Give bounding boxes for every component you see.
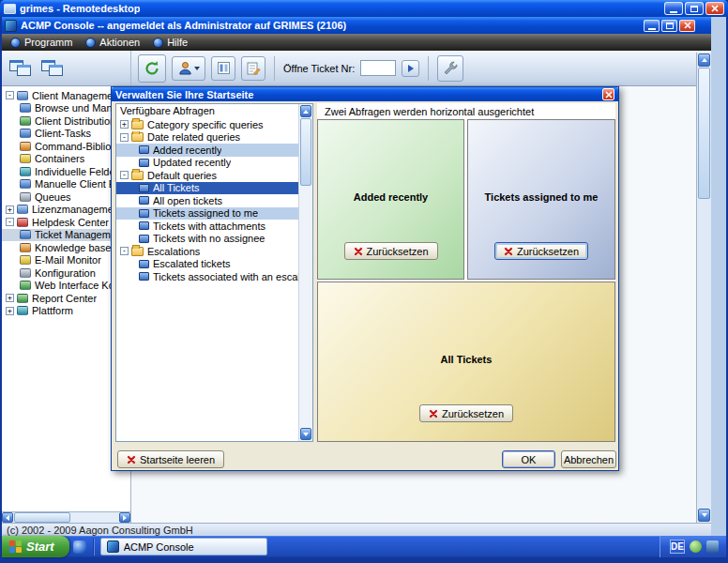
collapse-toggle[interactable]: - xyxy=(120,133,129,142)
ok-button[interactable]: OK xyxy=(502,450,555,468)
folder-open-icon xyxy=(131,247,144,256)
scroll-up-button[interactable] xyxy=(300,105,311,117)
collapse-toggle[interactable]: - xyxy=(120,247,129,255)
scroll-left-button[interactable] xyxy=(2,512,13,523)
quick-launch-icon[interactable] xyxy=(73,540,86,554)
scroll-down-button[interactable] xyxy=(698,509,710,522)
browse-icon xyxy=(20,103,31,113)
expand-toggle[interactable]: + xyxy=(120,120,129,129)
client-entry-icon xyxy=(20,179,31,189)
tasks-icon xyxy=(20,129,31,138)
preview-panel-all-tickets: All Tickets Zurücksetzen xyxy=(317,282,615,442)
edit-form-button[interactable] xyxy=(241,56,265,81)
expand-toggle[interactable]: + xyxy=(6,205,14,214)
query-item-escalation-associated[interactable]: Tickets associated with an escalation xyxy=(116,270,298,283)
expand-toggle[interactable]: + xyxy=(6,307,14,315)
query-item-updated-recently[interactable]: Updated recently xyxy=(116,157,298,170)
start-button[interactable]: Start xyxy=(2,536,69,557)
reset-tickets-assigned-button[interactable]: Zurücksetzen xyxy=(494,242,588,260)
minimize-icon xyxy=(648,28,656,30)
content-vertical-scrollbar[interactable] xyxy=(696,53,711,523)
reset-added-recently-button[interactable]: Zurücksetzen xyxy=(343,242,437,260)
taskbar-divider xyxy=(93,539,95,555)
task-button-acmp-console[interactable]: ACMP Console xyxy=(100,538,267,555)
query-item-added-recently[interactable]: Added recently xyxy=(116,144,298,157)
query-group-default[interactable]: -Default queries xyxy=(116,169,298,182)
arrow-left-icon xyxy=(6,515,9,521)
columns-view-button[interactable] xyxy=(211,56,235,81)
dialog-close-button[interactable] xyxy=(602,88,614,100)
tray-status-icon[interactable] xyxy=(690,540,702,553)
query-group-category-specific[interactable]: +Category specific queries xyxy=(116,118,298,131)
language-indicator[interactable]: DE xyxy=(670,540,685,554)
collapse-toggle[interactable]: - xyxy=(6,218,14,226)
report-icon xyxy=(17,294,28,303)
menu-programm[interactable]: Programm xyxy=(6,35,81,50)
cancel-button[interactable]: Abbrechen xyxy=(561,450,616,468)
close-icon xyxy=(605,91,613,99)
menu-hilfe[interactable]: Hilfe xyxy=(148,35,196,50)
red-x-icon xyxy=(353,247,362,256)
query-group-date-related[interactable]: -Date related queries xyxy=(116,131,298,145)
red-x-icon xyxy=(429,409,438,418)
scroll-right-button[interactable] xyxy=(119,512,130,523)
scroll-down-button[interactable] xyxy=(300,428,311,440)
user-menu-button[interactable] xyxy=(172,56,205,81)
query-item-tickets-with-no-assignee[interactable]: Tickets with no assignee xyxy=(116,233,298,246)
distribution-icon xyxy=(20,116,31,126)
tray-network-icon[interactable] xyxy=(706,540,719,553)
go-arrow-icon xyxy=(406,64,416,73)
clear-startpage-button[interactable]: Startseite leeren xyxy=(117,450,224,468)
chevron-down-icon xyxy=(194,67,200,70)
expand-toggle[interactable]: + xyxy=(6,294,14,302)
open-ticket-button[interactable] xyxy=(402,60,419,77)
taskbar: Start ACMP Console DE xyxy=(2,536,726,557)
scroll-up-button[interactable] xyxy=(698,53,710,67)
toolbar: Öffne Ticket Nr: xyxy=(2,51,711,86)
programm-icon xyxy=(10,38,21,48)
query-item-all-tickets[interactable]: All Tickets xyxy=(116,182,298,195)
folder-icon xyxy=(131,120,144,129)
close-button[interactable] xyxy=(705,2,724,15)
toolbar-separator xyxy=(428,56,429,81)
columns-icon xyxy=(217,61,231,75)
collapse-toggle[interactable]: - xyxy=(120,171,129,179)
sidebar-horizontal-scrollbar[interactable] xyxy=(2,511,131,523)
restore-icon xyxy=(666,23,674,29)
menu-aktionen[interactable]: Aktionen xyxy=(81,35,148,50)
startpage-preview: Zwei Abfragen werden horizontal ausgeric… xyxy=(317,103,615,442)
scrollbar-thumb[interactable] xyxy=(300,118,311,186)
ticket-number-input[interactable] xyxy=(360,60,396,76)
startpage-dialog: Verwalten Sie Ihre Startseite Verfügbare… xyxy=(111,86,619,471)
minimize-button[interactable] xyxy=(664,2,683,15)
hilfe-icon xyxy=(153,38,163,48)
app-restore-button[interactable] xyxy=(661,20,677,32)
new-window-icon[interactable] xyxy=(9,60,32,77)
copyright-text: (c) 2002 - 2009 Aagon Consulting GmbH xyxy=(7,525,193,536)
settings-button[interactable] xyxy=(437,55,463,82)
refresh-button[interactable] xyxy=(138,54,166,83)
dialog-body: Verfügbare Abfragen +Category specific q… xyxy=(112,101,618,470)
query-item-tickets-with-attachments[interactable]: Tickets with attachments xyxy=(116,220,298,233)
maximize-button[interactable] xyxy=(685,2,704,15)
query-item-escalated-tickets[interactable]: Escalated tickets xyxy=(116,258,298,271)
red-x-icon xyxy=(504,247,513,256)
app-close-button[interactable] xyxy=(679,20,695,32)
dialog-title: Verwalten Sie Ihre Startseite xyxy=(115,89,253,100)
scrollbar-thumb[interactable] xyxy=(14,512,70,523)
collapse-toggle[interactable]: - xyxy=(6,91,14,99)
query-group-escalations[interactable]: -Escalations xyxy=(116,245,298,258)
app-minimize-button[interactable] xyxy=(644,20,660,32)
cascade-windows-icon[interactable] xyxy=(41,60,64,77)
arrow-up-icon xyxy=(303,110,309,114)
query-icon xyxy=(139,209,149,218)
remote-desktop-screen: grimes - Remotedesktop ACMP Console -- a… xyxy=(0,0,728,563)
web-icon xyxy=(20,281,31,290)
query-item-tickets-assigned-to-me[interactable]: Tickets assigned to me xyxy=(116,207,298,221)
scrollbar-thumb[interactable] xyxy=(698,68,710,199)
query-item-all-open-tickets[interactable]: All open tickets xyxy=(116,194,298,207)
refresh-icon xyxy=(144,60,160,77)
tree-vertical-scrollbar[interactable] xyxy=(298,104,312,441)
form-pencil-icon xyxy=(246,61,261,76)
reset-all-tickets-button[interactable]: Zurücksetzen xyxy=(419,404,513,422)
